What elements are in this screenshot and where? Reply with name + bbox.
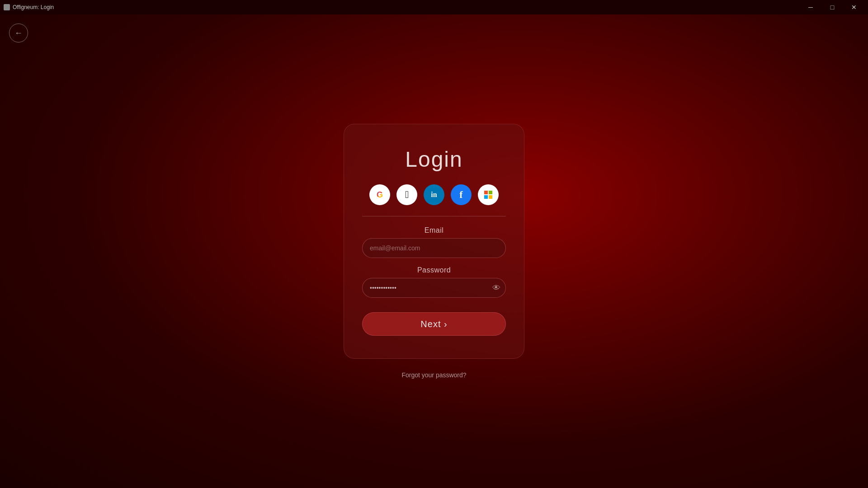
password-input-wrapper: 👁 (362, 278, 506, 298)
window-title: Offigneum: Login (13, 4, 54, 10)
titlebar-title: Offigneum: Login (4, 4, 54, 10)
divider (362, 216, 506, 216)
password-field-wrapper: Password 👁 (362, 266, 506, 298)
social-login-row: G  in f (369, 184, 499, 205)
email-input[interactable] (362, 238, 506, 258)
linkedin-login-button[interactable]: in (424, 184, 444, 205)
email-field-wrapper: Email (362, 226, 506, 258)
close-button[interactable]: ✕ (844, 0, 864, 14)
next-button[interactable]: Next › (362, 312, 506, 336)
app-icon (4, 4, 10, 10)
password-input[interactable] (362, 278, 506, 298)
minimize-button[interactable]: ─ (800, 0, 821, 14)
toggle-password-button[interactable]: 👁 (492, 283, 500, 293)
password-label: Password (362, 266, 506, 274)
google-login-button[interactable]: G (369, 184, 390, 205)
microsoft-icon (484, 191, 492, 199)
linkedin-icon: in (431, 191, 437, 199)
apple-icon:  (405, 189, 409, 201)
email-label: Email (362, 226, 506, 235)
titlebar-controls: ─ □ ✕ (800, 0, 864, 14)
back-button[interactable]: ← (9, 23, 28, 42)
microsoft-login-button[interactable] (478, 184, 499, 205)
login-card: Login G  in f Email (344, 124, 524, 359)
forgot-password-link[interactable]: Forgot your password? (401, 371, 466, 379)
apple-login-button[interactable]:  (396, 184, 417, 205)
google-icon: G (377, 190, 383, 200)
facebook-icon: f (459, 189, 462, 201)
facebook-login-button[interactable]: f (451, 184, 472, 205)
main-content: ← Login G  in f (0, 14, 868, 488)
titlebar: Offigneum: Login ─ □ ✕ (0, 0, 868, 14)
login-title: Login (405, 147, 462, 172)
eye-icon: 👁 (492, 283, 500, 293)
maximize-button[interactable]: □ (822, 0, 843, 14)
back-icon: ← (14, 28, 23, 38)
